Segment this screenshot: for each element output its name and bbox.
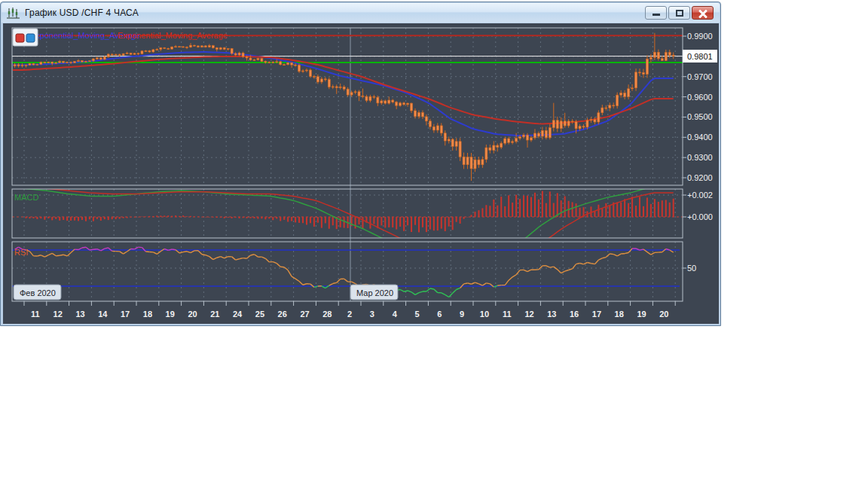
candle-body <box>571 121 573 122</box>
macd-histogram-bar <box>355 217 356 228</box>
macd-histogram-bar <box>445 217 446 231</box>
candle-body <box>646 59 648 74</box>
macd-histogram-bar <box>564 197 566 217</box>
candle-body <box>362 96 364 96</box>
rsi-line-segment <box>78 248 82 250</box>
macd-histogram-bar <box>441 217 442 229</box>
rsi-line-segment <box>419 291 423 292</box>
rsi-line-segment <box>217 257 221 258</box>
macd-histogram-bar <box>201 217 203 218</box>
day-label: 17 <box>592 310 601 319</box>
rsi-line-segment <box>250 255 254 255</box>
macd-histogram-bar <box>243 217 244 218</box>
macd-histogram-bar <box>272 217 274 220</box>
rsi-line-segment <box>213 258 217 259</box>
rsi-axis-label: 50 <box>687 264 696 273</box>
macd-histogram-bar <box>332 217 334 225</box>
candle-body <box>451 139 454 146</box>
close-button[interactable] <box>692 6 714 20</box>
candle-body <box>377 97 379 103</box>
rsi-line-segment <box>333 282 337 283</box>
candle-body <box>231 49 233 54</box>
candle-body <box>343 87 345 89</box>
macd-histogram-bar <box>152 216 154 217</box>
day-label: 2 <box>347 310 352 319</box>
macd-histogram-bar <box>32 217 34 218</box>
candle-body <box>175 47 177 47</box>
macd-histogram-bar <box>515 195 517 217</box>
macd-histogram-bar <box>257 217 258 219</box>
candle-body <box>417 113 420 117</box>
day-label: 12 <box>53 310 63 319</box>
candle-body <box>527 135 529 140</box>
candlestick-chart-icon[interactable] <box>7 7 20 19</box>
page-background: График USD /CHF 4 ЧАСА 0.99000.97000.960… <box>0 0 868 488</box>
macd-histogram-bar <box>276 217 277 218</box>
candle-body <box>29 63 31 65</box>
rsi-line-segment <box>505 280 509 285</box>
candle-body <box>425 117 427 121</box>
macd-histogram-bar <box>418 217 420 232</box>
rsi-line-segment <box>478 284 482 285</box>
rsi-line-segment <box>457 288 460 289</box>
rsi-line-segment <box>105 248 108 249</box>
macd-histogram-bar <box>216 217 218 218</box>
rsi-line-segment <box>240 258 243 259</box>
day-label: 3 <box>370 310 374 319</box>
candle-body <box>598 113 600 122</box>
macd-histogram-bar <box>205 217 206 218</box>
candle-body <box>264 61 267 63</box>
macd-histogram-bar <box>392 217 393 227</box>
maximize-button[interactable] <box>668 6 690 20</box>
candle-body <box>350 93 353 95</box>
candle-body <box>133 53 136 54</box>
rsi-line-segment <box>172 249 176 250</box>
macd-histogram-bar <box>175 215 176 217</box>
candle-body <box>620 93 622 95</box>
candle-body <box>215 48 218 50</box>
macd-histogram-bar <box>530 197 532 217</box>
blue-square-button[interactable] <box>26 34 35 42</box>
macd-histogram-bar <box>549 191 551 217</box>
rsi-line-segment <box>598 258 602 260</box>
rsi-line-segment <box>29 252 33 256</box>
day-label: 18 <box>615 310 624 319</box>
rsi-line-segment <box>284 267 288 270</box>
macd-axis-label: +0.002 <box>687 191 713 200</box>
macd-histogram-bar <box>310 217 311 223</box>
macd-histogram-bar <box>298 217 300 223</box>
macd-histogram-bar <box>156 215 157 217</box>
macd-histogram-bar <box>576 203 577 217</box>
macd-histogram-bar <box>36 217 38 219</box>
macd-histogram-bar <box>344 217 345 228</box>
candle-body <box>118 54 121 55</box>
candle-body <box>421 113 423 117</box>
minimize-button[interactable] <box>645 6 667 20</box>
rsi-line-segment <box>232 257 236 260</box>
candle-body <box>582 127 585 127</box>
candle-body <box>103 56 105 59</box>
candle-body <box>649 57 652 59</box>
candle-body <box>96 58 98 59</box>
rsi-line-segment <box>288 270 292 276</box>
candle-body <box>51 62 53 63</box>
candle-body <box>92 59 94 61</box>
red-square-button[interactable] <box>16 34 24 42</box>
day-label: 11 <box>503 310 512 319</box>
candle-body <box>14 65 16 66</box>
rsi-line-segment <box>273 262 277 264</box>
candle-body <box>287 63 289 64</box>
rsi-line-segment <box>554 267 558 270</box>
candle-body <box>298 65 301 71</box>
chart-canvas[interactable]: 0.99000.97000.96000.95000.94000.93000.92… <box>3 23 719 324</box>
macd-histogram-bar <box>601 209 603 217</box>
rsi-line-segment <box>400 289 404 291</box>
window-titlebar[interactable]: График USD /CHF 4 ЧАСА <box>2 3 720 23</box>
macd-histogram-bar <box>194 216 195 217</box>
rsi-line-segment <box>82 247 86 248</box>
macd-histogram-bar <box>553 203 555 217</box>
candle-body <box>497 145 499 148</box>
day-label: 28 <box>322 310 332 319</box>
rsi-line-segment <box>265 258 269 262</box>
macd-histogram-bar <box>261 217 262 218</box>
